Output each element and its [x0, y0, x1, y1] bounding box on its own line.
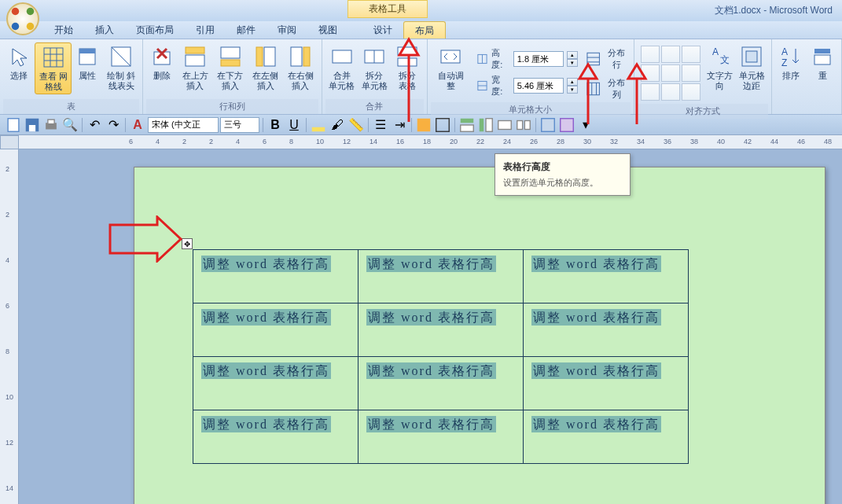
table-cell[interactable]: 调整 word 表格行高: [358, 304, 524, 357]
width-up-button[interactable]: ▲: [567, 78, 578, 86]
group-label-table: 表: [3, 99, 139, 114]
split-cells-button[interactable]: 拆分 单元格: [358, 42, 391, 93]
qat-list-icon[interactable]: ☰: [372, 116, 389, 134]
align-tr-button[interactable]: [682, 46, 700, 63]
qat-more-icon[interactable]: ▾: [577, 116, 594, 134]
height-input[interactable]: [513, 51, 564, 67]
qat-insert-col-icon[interactable]: [477, 116, 495, 134]
tab-mailings[interactable]: 邮件: [226, 21, 267, 39]
table-cell[interactable]: 调整 word 表格行高: [358, 357, 524, 410]
insert-above-button[interactable]: 在上方 插入: [178, 42, 213, 93]
table-cell[interactable]: 调整 word 表格行高: [358, 410, 524, 464]
qat-table-style2-icon[interactable]: [558, 116, 575, 134]
svg-point-2: [12, 23, 20, 31]
underline-button[interactable]: U: [285, 116, 303, 134]
table-cell[interactable]: 调整 word 表格行高: [358, 250, 524, 304]
insert-left-button[interactable]: 在左侧 插入: [248, 42, 283, 93]
qat-table-style1-icon[interactable]: [539, 116, 557, 134]
align-tl-button[interactable]: [641, 46, 660, 63]
tab-home[interactable]: 开始: [43, 21, 84, 39]
qat-brush-icon[interactable]: 🖌: [329, 116, 346, 134]
qat-highlight-icon[interactable]: [310, 116, 327, 134]
vertical-ruler[interactable]: 22468101214: [0, 149, 19, 504]
table-cell[interactable]: 调整 word 表格行高: [524, 410, 689, 464]
group-label-rows-cols: 行和列: [146, 99, 318, 114]
height-down-button[interactable]: ▼: [567, 59, 578, 67]
autofit-button[interactable]: 自动调整: [431, 42, 471, 93]
font-size-select[interactable]: [220, 117, 259, 133]
sort-button[interactable]: AZ 排序: [775, 42, 807, 83]
table-row: 调整 word 表格行高 调整 word 表格行高 调整 word 表格行高: [193, 250, 689, 304]
qat-redo-icon[interactable]: ↷: [105, 116, 122, 134]
table-cell[interactable]: 调整 word 表格行高: [524, 357, 689, 410]
table-cell[interactable]: 调整 word 表格行高: [193, 304, 358, 357]
qat-indent-icon[interactable]: ⇥: [391, 116, 408, 134]
tab-references[interactable]: 引用: [185, 21, 226, 39]
align-tc-button[interactable]: [661, 46, 680, 63]
delete-button[interactable]: 删除: [146, 42, 178, 83]
select-button[interactable]: 选择: [3, 42, 35, 83]
table-cell[interactable]: 调整 word 表格行高: [524, 304, 689, 357]
draw-diagonal-button[interactable]: 绘制 斜线表头: [103, 42, 138, 93]
align-bc-button[interactable]: [661, 83, 680, 101]
align-mc-button[interactable]: [661, 64, 680, 82]
table-row: 调整 word 表格行高 调整 word 表格行高 调整 word 表格行高: [193, 357, 689, 410]
svg-rect-18: [264, 47, 275, 66]
text-direction-button[interactable]: A文 文字方向: [704, 42, 736, 93]
svg-rect-19: [256, 47, 263, 66]
align-br-button[interactable]: [682, 83, 700, 101]
table-move-handle[interactable]: ✥: [182, 238, 193, 249]
bold-button[interactable]: B: [267, 116, 284, 134]
qat-font-color-icon[interactable]: A: [129, 116, 146, 134]
distribute-rows-button[interactable]: 分布行: [584, 46, 631, 72]
qat-new-icon[interactable]: [5, 116, 22, 134]
split-table-button[interactable]: 拆分 表格: [391, 42, 424, 93]
qat-split-icon[interactable]: [515, 116, 532, 134]
height-up-button[interactable]: ▲: [567, 51, 578, 59]
qat-undo-icon[interactable]: ↶: [86, 116, 103, 134]
tab-layout[interactable]: 布局: [403, 21, 446, 39]
qat-borders-icon[interactable]: [434, 116, 451, 134]
cell-margins-button[interactable]: 单元格 边距: [736, 42, 768, 93]
tab-design[interactable]: 设计: [362, 21, 403, 39]
insert-right-button[interactable]: 在右侧 插入: [283, 42, 318, 93]
qat-insert-row-icon[interactable]: [458, 116, 476, 134]
table-cell[interactable]: 调整 word 表格行高: [193, 410, 358, 464]
font-select[interactable]: [148, 117, 219, 133]
svg-rect-32: [587, 53, 599, 64]
properties-button[interactable]: 属性: [72, 42, 103, 83]
qat-shading-icon[interactable]: [415, 116, 432, 134]
svg-rect-22: [333, 50, 351, 63]
qat-save-icon[interactable]: [24, 116, 41, 134]
qat-print-icon[interactable]: [42, 116, 60, 134]
svg-rect-55: [461, 125, 474, 131]
tab-review[interactable]: 审阅: [267, 21, 307, 39]
office-button[interactable]: [6, 2, 39, 35]
insert-below-button[interactable]: 在下方 插入: [213, 42, 248, 93]
width-input[interactable]: [513, 78, 564, 94]
tab-insert[interactable]: 插入: [84, 21, 125, 39]
qat-merge-icon[interactable]: [496, 116, 513, 134]
height-icon: [476, 53, 488, 65]
align-ml-button[interactable]: [641, 64, 660, 82]
distribute-cols-button[interactable]: 分布列: [584, 75, 631, 102]
width-down-button[interactable]: ▼: [567, 86, 578, 94]
table-cell[interactable]: 调整 word 表格行高: [524, 250, 689, 304]
tab-view[interactable]: 视图: [307, 21, 348, 39]
merge-cells-button[interactable]: 合并 单元格: [325, 42, 358, 93]
table-cell[interactable]: 调整 word 表格行高: [193, 250, 358, 304]
view-gridlines-button[interactable]: 查看 网格线: [35, 42, 72, 94]
tab-page-layout[interactable]: 页面布局: [125, 21, 185, 39]
horizontal-ruler[interactable]: 6422468101214161820222426283032343638404…: [19, 135, 842, 149]
diagonal-icon: [108, 44, 134, 69]
svg-rect-54: [461, 118, 474, 123]
align-mr-button[interactable]: [682, 64, 700, 82]
repeat-header-button[interactable]: 重: [807, 42, 838, 83]
align-bl-button[interactable]: [641, 83, 660, 101]
table-cell[interactable]: 调整 word 表格行高: [193, 357, 358, 410]
qat-preview-icon[interactable]: 🔍: [61, 116, 79, 134]
svg-rect-56: [480, 118, 484, 131]
document-table[interactable]: 调整 word 表格行高 调整 word 表格行高 调整 word 表格行高 调…: [193, 249, 689, 464]
qat-ruler-icon[interactable]: 📏: [347, 116, 365, 134]
svg-rect-58: [498, 120, 512, 129]
